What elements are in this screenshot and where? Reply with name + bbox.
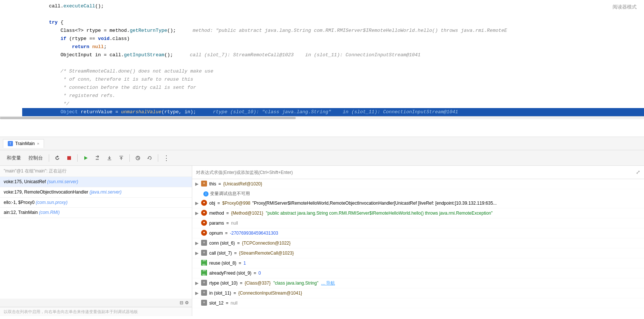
tab-close-button[interactable]: × bbox=[37, 141, 39, 146]
debugger-toolbar: 和变量 控制台 bbox=[0, 150, 644, 166]
expand-arrow[interactable]: ▶ bbox=[195, 200, 200, 206]
var-icon-conn: ≡ bbox=[201, 240, 207, 246]
var-item-opnum[interactable]: ▶ ● opnum = -2707699384596431303 bbox=[192, 228, 644, 238]
svg-marker-1 bbox=[84, 156, 88, 160]
expand-arrow[interactable]: ▶ bbox=[195, 290, 200, 296]
tab-icon: T bbox=[8, 141, 13, 146]
toolbar-label-console: 控制台 bbox=[26, 155, 46, 161]
svg-rect-3 bbox=[119, 156, 123, 157]
toolbar-separator-1 bbox=[49, 154, 49, 162]
settings-icon[interactable]: ⚙ bbox=[185, 300, 189, 305]
toolbar-separator-4 bbox=[158, 154, 158, 162]
code-line-7: ObjectInput in = call.getInputStream(); … bbox=[22, 51, 644, 59]
code-line-1: call.executeCall(); bbox=[22, 0, 644, 10]
stack-toolbar: ⊟ ⚙ bbox=[0, 299, 192, 307]
code-line-9: /* StreamRemoteCall.done() does not actu… bbox=[22, 67, 644, 75]
tab-trainmain[interactable]: T TrainMain × bbox=[3, 139, 44, 148]
code-line-6: return null; bbox=[22, 43, 644, 51]
var-item-obj[interactable]: ▶ ● obj = $Proxy0@998 "Proxy[RMIServer$I… bbox=[192, 198, 644, 208]
var-item-call[interactable]: ▶ ≡ call (slot_7) = {StreamRemoteCall@10… bbox=[192, 248, 644, 258]
var-icon-reuse: 1001 bbox=[201, 260, 207, 266]
code-text: call.executeCall(); bbox=[26, 2, 104, 10]
code-line-12: * registered refs. bbox=[22, 92, 644, 100]
expand-arrow[interactable]: ▶ bbox=[195, 240, 200, 246]
reader-mode-label: 阅读器模式 bbox=[613, 4, 637, 10]
var-item-reuse[interactable]: ▶ 1001 reuse (slot_8) = 1 bbox=[192, 258, 644, 268]
frame-method: ello:-1, $Proxy0 bbox=[4, 200, 36, 205]
var-icon-method: ● bbox=[201, 210, 207, 216]
expand-arrow[interactable]: ▶ bbox=[195, 181, 200, 187]
step-into-button[interactable] bbox=[104, 153, 115, 163]
navigate-link[interactable]: ... 导航 bbox=[321, 280, 335, 286]
var-icon-slot12: ≡ bbox=[201, 300, 207, 306]
stack-frame-list[interactable]: voke:175, UnicastRef (sun.rmi.server) vo… bbox=[0, 177, 192, 299]
info-row-debug: i 变量调试信息不可用 bbox=[192, 189, 644, 198]
code-line-4: Class<?> rtype = method.getReturnType();… bbox=[22, 27, 644, 35]
code-editor: 阅读器模式 call.executeCall(); try { Class<?>… bbox=[0, 0, 644, 137]
code-line-11: * connection before the dirty call is se… bbox=[22, 84, 644, 92]
step-over-button[interactable] bbox=[92, 153, 103, 163]
frame-method: ain:12, TrainMain bbox=[4, 210, 39, 215]
stop-button[interactable] bbox=[64, 153, 74, 163]
reset-frames-button[interactable] bbox=[145, 153, 155, 163]
running-label: "main"@1 在组"main": 正在运行 bbox=[0, 166, 192, 177]
code-line-2 bbox=[22, 10, 644, 19]
var-item-this[interactable]: ▶ ≡ this = {UnicastRef@1020} bbox=[192, 179, 644, 189]
var-icon-opnum: ● bbox=[201, 230, 207, 236]
frame-method: voke:179, RemoteObjectInvocationHandler bbox=[4, 189, 89, 195]
reload-button[interactable] bbox=[52, 153, 62, 163]
stack-frames-panel: "main"@1 在组"main": 正在运行 voke:175, Unicas… bbox=[0, 166, 192, 316]
more-button[interactable]: ⋮ bbox=[161, 153, 172, 163]
var-icon-params: ● bbox=[201, 220, 207, 226]
expand-arrow[interactable]: ▶ bbox=[195, 210, 200, 216]
code-line-10: * of conn, therefore it is safe to reuse… bbox=[22, 75, 644, 84]
var-item-alreadyfreed[interactable]: ▶ 1001 alreadyFreed (slot_9) = 0 bbox=[192, 268, 644, 278]
expand-arrow[interactable]: ▶ bbox=[195, 280, 200, 286]
info-icon: i bbox=[203, 191, 209, 197]
scrollbar-thumb[interactable] bbox=[0, 117, 296, 119]
var-icon-rtype: ≡ bbox=[201, 280, 207, 286]
var-icon-this: ≡ bbox=[201, 181, 207, 187]
maximize-icon[interactable]: ⤢ bbox=[636, 169, 640, 175]
var-icon-call: ≡ bbox=[201, 250, 207, 256]
run-to-cursor-button[interactable] bbox=[133, 153, 143, 163]
tab-bar: T TrainMain × bbox=[0, 137, 644, 150]
var-item-slot12[interactable]: ▶ ≡ slot_12 = null bbox=[192, 298, 644, 308]
stack-frame-item[interactable]: voke:175, UnicastRef (sun.rmi.server) bbox=[0, 177, 192, 187]
var-item-conn[interactable]: ▶ ≡ conn (slot_6) = {TCPConnection@1022} bbox=[192, 238, 644, 248]
status-bottom: 以双击在列表中启用，向右单击向左单击来传递变量值副本于到调试器地板 bbox=[0, 307, 192, 316]
toolbar-separator-2 bbox=[77, 154, 78, 162]
horizontal-scrollbar[interactable] bbox=[0, 116, 644, 119]
var-icon-obj: ● bbox=[201, 200, 207, 206]
stack-frame-item[interactable]: voke:179, RemoteObjectInvocationHandler … bbox=[0, 187, 192, 198]
var-item-params[interactable]: ▶ ● params = null bbox=[192, 218, 644, 228]
expression-input[interactable] bbox=[196, 170, 633, 175]
var-item-rtype[interactable]: ▶ ≡ rtype (slot_10) = {Class@337} "class… bbox=[192, 278, 644, 288]
code-line-13: */ bbox=[22, 100, 644, 108]
var-item-method[interactable]: ▶ ● method = {Method@1021} "public abstr… bbox=[192, 208, 644, 218]
stack-frame-item[interactable]: ain:12, TrainMain (com.RMI) bbox=[0, 208, 192, 218]
code-line-5: if (rtype == void.class) bbox=[22, 35, 644, 43]
bottom-area: "main"@1 在组"main": 正在运行 voke:175, Unicas… bbox=[0, 166, 644, 316]
code-line-8 bbox=[22, 59, 644, 67]
frame-method: voke:175, UnicastRef bbox=[4, 179, 47, 184]
stack-frame-item[interactable]: ello:-1, $Proxy0 (com.sun.proxy) bbox=[0, 198, 192, 208]
filter-icon[interactable]: ⊟ bbox=[180, 300, 183, 305]
svg-rect-2 bbox=[108, 160, 111, 160]
var-icon-alreadyfreed: 1001 bbox=[201, 270, 207, 276]
expression-bar: ⤢ bbox=[192, 166, 644, 179]
var-icon-in: ≡ bbox=[201, 290, 207, 296]
resume-button[interactable] bbox=[81, 153, 91, 163]
variables-panel: ⤢ ▶ ≡ this = {UnicastRef@1020} i 变量调试信息不… bbox=[192, 166, 644, 316]
code-line-14: Object returnValue = unmarshalValue(rtyp… bbox=[22, 108, 644, 116]
toolbar-separator-3 bbox=[129, 154, 130, 162]
variables-list: ▶ ≡ this = {UnicastRef@1020} i 变量调试信息不可用… bbox=[192, 179, 644, 316]
var-item-in[interactable]: ▶ ≡ in (slot_11) = {ConnectionInputStrea… bbox=[192, 288, 644, 298]
toolbar-label-vars: 和变量 bbox=[4, 155, 24, 161]
step-out-button[interactable] bbox=[116, 153, 126, 163]
tab-label: TrainMain bbox=[15, 141, 35, 146]
code-line-3: try { bbox=[22, 19, 644, 27]
svg-rect-0 bbox=[67, 156, 71, 160]
expand-arrow[interactable]: ▶ bbox=[195, 250, 200, 256]
